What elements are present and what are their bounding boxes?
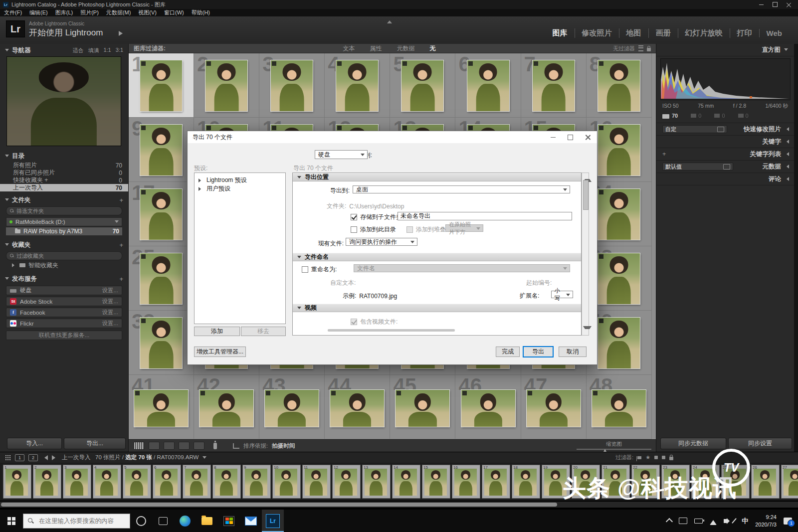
panel-scrollbar-thumb[interactable] (583, 180, 589, 210)
add-collection-icon[interactable]: + (119, 241, 123, 249)
menu-item[interactable]: 视图(V) (138, 9, 157, 16)
sort-direction-icon[interactable] (233, 443, 239, 449)
collections-header[interactable]: 收藏夹 + (0, 239, 128, 250)
navigator-zoom-option[interactable]: 3:1 (116, 47, 123, 54)
grid-cell-42[interactable]: 42 (194, 375, 259, 439)
clock[interactable]: 9:24 2020/7/3 (755, 514, 777, 529)
go-forward-icon[interactable] (52, 455, 58, 460)
filmstrip-thumb-8[interactable]: 8 (212, 465, 241, 499)
publish-header[interactable]: 发布服务 + (0, 273, 128, 284)
go-back-icon[interactable] (42, 455, 48, 460)
wifi-icon[interactable] (710, 517, 717, 525)
add-publish-icon[interactable]: + (119, 275, 123, 283)
publish-service[interactable]: 硬盘设置... (6, 286, 122, 295)
volume-icon[interactable] (724, 519, 727, 523)
grid-cell-7[interactable]: 7 (521, 53, 587, 118)
minimize-icon[interactable] (759, 4, 764, 5)
filmstrip-thumb-4[interactable]: 4 (93, 465, 121, 499)
color-filter-icon[interactable] (662, 456, 665, 459)
filmstrip-thumb-14[interactable]: 14 (392, 465, 420, 499)
filmstrip-thumb-10[interactable]: 10 (272, 465, 301, 499)
publish-settings-button[interactable]: 设置... (102, 287, 118, 294)
dialog-title-bar[interactable]: 导出 70 个文件 (188, 131, 597, 143)
scroll-down-icon[interactable] (583, 326, 592, 334)
scrollbar-thumb[interactable] (1, 503, 557, 507)
filmstrip-thumb-12[interactable]: 12 (332, 465, 361, 499)
sync-settings-button[interactable]: 同步设置 (728, 438, 792, 449)
metadata-preset-combo[interactable]: 默认值 (662, 163, 733, 171)
filmstrip-thumb-15[interactable]: 15 (422, 465, 450, 499)
grid-cell-45[interactable]: 45 (390, 375, 455, 439)
panel-scrollbar[interactable] (582, 173, 589, 336)
filter-option[interactable]: 属性 (370, 44, 382, 53)
grid-cell-5[interactable]: 5 (390, 53, 455, 118)
grid-cell-41[interactable]: 41 (129, 375, 194, 439)
collection-filter-input[interactable]: 过滤收藏夹 (6, 251, 122, 260)
close-icon[interactable] (787, 2, 791, 7)
search-input[interactable] (38, 517, 125, 525)
chevron-right-icon[interactable] (199, 187, 203, 191)
grid-cell-17[interactable]: 17 (129, 182, 194, 246)
grid-cell-43[interactable]: 43 (259, 375, 325, 439)
taskbar-search[interactable] (23, 514, 130, 529)
export-destination-combo[interactable]: 硬盘 (315, 150, 368, 159)
folder-filter-input[interactable]: 筛选文件夹 (6, 206, 122, 215)
chevron-down-icon[interactable] (202, 456, 206, 461)
filter-menu-icon[interactable] (638, 45, 643, 51)
filter-option[interactable]: 元数据 (397, 44, 415, 53)
filmstrip-thumb-7[interactable]: 7 (183, 465, 211, 499)
filmstrip-status[interactable]: 上一次导入 70 张照片 / 选定 70 张 / RAT00709.ARW (62, 454, 199, 461)
module-tab[interactable]: 幻灯片放映 (678, 28, 730, 38)
keywording-header[interactable]: 关键字 (656, 136, 794, 148)
plugin-manager-button[interactable]: 增效工具管理器... (194, 347, 246, 357)
filmstrip-thumb-11[interactable]: 11 (302, 465, 331, 499)
flag-filter-icon[interactable] (637, 456, 641, 459)
people-view-icon[interactable] (194, 442, 204, 450)
filmstrip-thumb-5[interactable]: 5 (123, 465, 151, 499)
filmstrip-thumb-6[interactable]: 6 (153, 465, 181, 499)
filter-option[interactable]: 无 (430, 44, 436, 53)
navigator-header[interactable]: 导航器 适合填满1:13:1 (0, 45, 128, 56)
catalog-item[interactable]: 所有照片70 (0, 162, 128, 169)
grid-cell-46[interactable]: 46 (455, 375, 521, 439)
histogram[interactable] (660, 58, 791, 100)
folders-header[interactable]: 文件夹 + (0, 194, 128, 205)
menu-item[interactable]: 帮助(H) (192, 9, 210, 16)
folder-row[interactable]: RAW Photos by A7M3 70 (6, 227, 122, 235)
navigator-zoom-option[interactable]: 填满 (88, 47, 99, 54)
publish-service[interactable]: fFacebook设置... (6, 308, 122, 317)
navigator-zoom-option[interactable]: 适合 (72, 47, 83, 54)
section-video[interactable]: 视频 (293, 304, 581, 312)
edge-button[interactable] (174, 510, 196, 532)
catalog-header[interactable]: 目录 (0, 151, 128, 162)
display-tray-icon[interactable] (679, 518, 687, 524)
menu-item[interactable]: 图库(L) (55, 9, 73, 16)
loupe-view-icon[interactable] (149, 442, 160, 450)
tray-expand-icon[interactable] (666, 518, 673, 525)
second-screen-icon[interactable]: 2 (28, 454, 38, 461)
survey-view-icon[interactable] (179, 442, 190, 450)
painter-icon[interactable] (213, 443, 217, 449)
done-button[interactable]: 完成 (496, 347, 520, 357)
collapse-top-icon[interactable] (387, 18, 392, 23)
preset-item[interactable]: 用户预设 (195, 184, 285, 193)
publish-settings-button[interactable]: 设置... (102, 298, 118, 305)
catalog-item[interactable]: 所有已同步照片0 (0, 169, 128, 177)
histogram-header[interactable]: 直方图 (656, 44, 794, 56)
module-tab[interactable]: 打印 (730, 28, 759, 38)
battery-icon[interactable] (694, 519, 703, 524)
thumbnail-slider[interactable]: 缩览图 (574, 441, 654, 450)
grid-cell-6[interactable]: 6 (455, 53, 521, 118)
grid-cell-8[interactable]: 8 (587, 53, 652, 118)
add-preset-button[interactable]: 添加 (194, 327, 240, 336)
import-button[interactable]: 导入... (7, 438, 62, 449)
extension-case-combo[interactable]: 小写 (551, 291, 573, 298)
menu-item[interactable]: 文件(F) (4, 9, 22, 16)
grid-cell-47[interactable]: 47 (521, 375, 587, 439)
filmstrip-thumb-2[interactable]: 2 (33, 465, 61, 499)
filter-lock-icon[interactable] (647, 48, 651, 51)
filmstrip-thumb-27[interactable]: 27 (781, 465, 798, 499)
export-button[interactable]: 导出... (64, 438, 126, 449)
compare-view-icon[interactable] (164, 442, 175, 450)
filmstrip-source[interactable]: 上一次导入 (62, 454, 91, 460)
